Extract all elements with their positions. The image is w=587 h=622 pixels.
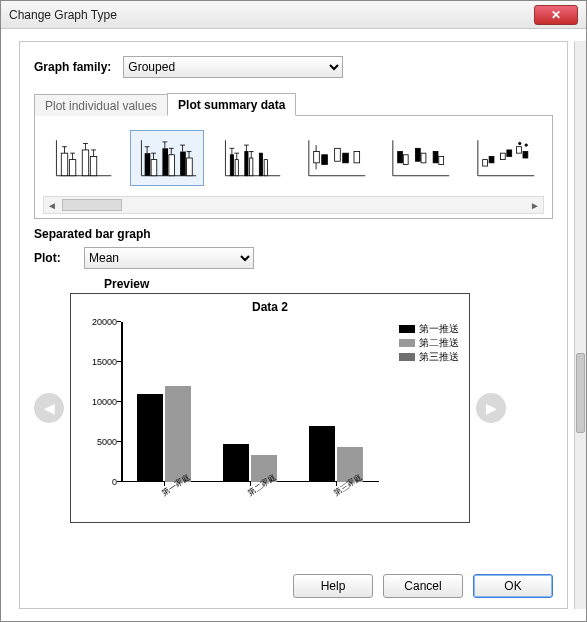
preview-area: ◀ Data 2 第一推送第二推送第三推送 050001000015000200…	[34, 293, 553, 523]
legend-swatch	[399, 353, 415, 361]
svg-rect-55	[321, 155, 327, 165]
close-button[interactable]: ✕	[534, 5, 578, 25]
svg-rect-69	[482, 160, 487, 166]
legend-label: 第三推送	[419, 350, 459, 364]
svg-rect-74	[522, 152, 527, 158]
preview-label: Preview	[104, 277, 553, 291]
svg-rect-5	[69, 160, 75, 176]
tabs: Plot individual values Plot summary data	[34, 92, 553, 115]
legend-swatch	[399, 339, 415, 347]
graph-type-thumb-2[interactable]	[130, 130, 205, 186]
window-scrollbar[interactable]	[574, 41, 586, 609]
svg-rect-66	[439, 156, 444, 164]
plot-label: Plot:	[34, 251, 84, 265]
scroll-thumb[interactable]	[62, 199, 122, 211]
graph-subtype-label: Separated bar graph	[34, 227, 553, 241]
chevron-right-icon: ▶	[486, 400, 497, 416]
scroll-right-arrow[interactable]: ►	[527, 200, 543, 211]
svg-rect-31	[186, 158, 192, 176]
svg-rect-2	[61, 153, 67, 176]
ok-button[interactable]: OK	[473, 574, 553, 598]
legend-item: 第二推送	[399, 336, 459, 350]
tab-plot-summary-data[interactable]: Plot summary data	[167, 93, 296, 116]
graph-type-pane: ◄ ►	[34, 115, 553, 219]
y-tick-label: 15000	[81, 357, 117, 367]
svg-rect-39	[235, 160, 238, 176]
svg-rect-73	[516, 147, 521, 153]
preview-prev-button[interactable]: ◀	[34, 393, 64, 423]
svg-rect-11	[90, 156, 96, 175]
graph-type-thumb-5[interactable]	[383, 130, 458, 186]
svg-point-75	[518, 142, 520, 144]
graph-family-select[interactable]: Grouped	[123, 56, 343, 78]
graph-family-row: Graph family: Grouped	[34, 56, 553, 78]
chart-plot-area: 05000100001500020000 第一家庭第二家庭第三家庭	[121, 322, 379, 482]
svg-rect-72	[506, 150, 511, 156]
graph-type-thumb-3[interactable]	[214, 130, 289, 186]
svg-rect-36	[230, 155, 233, 176]
chart-title: Data 2	[71, 300, 469, 314]
svg-rect-58	[353, 152, 359, 163]
dialog-window: Change Graph Type ✕ Graph family: Groupe…	[0, 0, 587, 622]
svg-rect-64	[421, 153, 426, 163]
svg-rect-22	[162, 148, 168, 175]
graph-family-label: Graph family:	[34, 60, 111, 74]
window-scroll-thumb[interactable]	[576, 353, 585, 433]
svg-rect-61	[398, 152, 403, 163]
plot-row: Plot: Mean	[34, 247, 553, 269]
titlebar: Change Graph Type ✕	[1, 1, 586, 29]
legend-label: 第二推送	[419, 336, 459, 350]
graph-type-thumbs	[43, 126, 544, 190]
tab-plot-individual-values[interactable]: Plot individual values	[34, 94, 168, 116]
svg-rect-42	[245, 152, 248, 176]
y-tick-label: 0	[81, 477, 117, 487]
close-icon: ✕	[551, 8, 561, 22]
thumb-scrollbar[interactable]: ◄ ►	[43, 196, 544, 214]
svg-rect-48	[259, 153, 262, 176]
svg-rect-52	[313, 152, 319, 163]
chart-bar	[137, 394, 163, 482]
svg-rect-28	[180, 152, 186, 176]
svg-rect-49	[264, 160, 267, 176]
legend-item: 第三推送	[399, 350, 459, 364]
svg-rect-25	[168, 155, 174, 176]
cancel-button[interactable]: Cancel	[383, 574, 463, 598]
content-panel: Graph family: Grouped Plot individual va…	[19, 41, 568, 609]
chevron-left-icon: ◀	[44, 400, 55, 416]
scroll-left-arrow[interactable]: ◄	[44, 200, 60, 211]
svg-rect-45	[250, 158, 253, 176]
chart-bar	[165, 386, 191, 482]
chart-bars: 第一家庭第二家庭第三家庭	[121, 322, 379, 482]
y-tick-label: 10000	[81, 397, 117, 407]
legend-label: 第一推送	[419, 322, 459, 336]
preview-next-button[interactable]: ▶	[476, 393, 506, 423]
chart-bar	[223, 444, 249, 482]
window-title: Change Graph Type	[9, 8, 534, 22]
svg-rect-56	[334, 148, 340, 161]
chart-legend: 第一推送第二推送第三推送	[399, 322, 459, 364]
chart-bar	[309, 426, 335, 482]
svg-rect-16	[144, 153, 150, 176]
svg-rect-8	[82, 150, 88, 176]
svg-rect-65	[433, 152, 438, 163]
graph-type-thumb-4[interactable]	[299, 130, 374, 186]
y-tick-label: 5000	[81, 437, 117, 447]
svg-rect-70	[489, 156, 494, 162]
svg-point-76	[525, 144, 527, 146]
y-tick-label: 20000	[81, 317, 117, 327]
legend-swatch	[399, 325, 415, 333]
svg-rect-63	[415, 148, 420, 161]
plot-select[interactable]: Mean	[84, 247, 254, 269]
graph-type-thumb-1[interactable]	[45, 130, 120, 186]
svg-rect-62	[403, 155, 408, 165]
legend-item: 第一推送	[399, 322, 459, 336]
svg-rect-19	[151, 160, 157, 176]
help-button[interactable]: Help	[293, 574, 373, 598]
svg-rect-71	[500, 153, 505, 159]
graph-type-thumb-6[interactable]	[468, 130, 543, 186]
dialog-footer: Help Cancel OK	[293, 574, 553, 598]
preview-chart: Data 2 第一推送第二推送第三推送 05000100001500020000…	[70, 293, 470, 523]
svg-rect-57	[342, 153, 348, 163]
